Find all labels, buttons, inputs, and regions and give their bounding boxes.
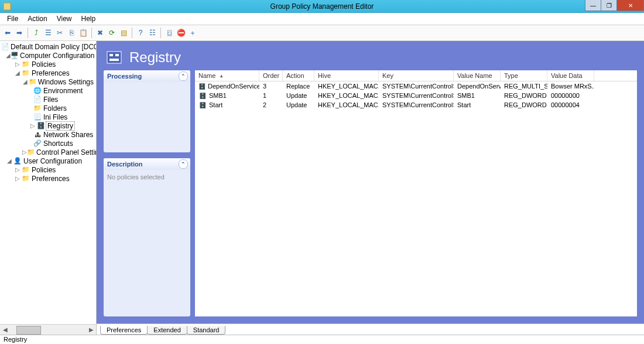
tree-label: Files — [42, 96, 59, 104]
expand-icon[interactable]: ▷ — [29, 122, 36, 129]
up-button[interactable]: ⤴ — [31, 28, 42, 38]
expand-icon[interactable]: ▷ — [22, 149, 27, 155]
processing-panel-header: Processing ⌃ — [104, 70, 190, 82]
collapse-icon[interactable]: ⌃ — [179, 159, 188, 169]
svg-rect-4 — [109, 59, 119, 61]
tree-pane: 📄 Default Domain Policy [DC02.C… ◢ 🖥️ Co… — [0, 41, 97, 335]
col-action[interactable]: Action — [283, 70, 314, 81]
description-panel: Description ⌃ No policies selected — [104, 158, 190, 316]
col-type[interactable]: Type — [501, 70, 547, 81]
scroll-right-button[interactable]: ▶ — [86, 325, 96, 335]
col-key[interactable]: Key — [379, 70, 454, 81]
folder-icon: 📁 — [21, 175, 30, 183]
list-row[interactable]: 🗄️SMB11UpdateHKEY_LOCAL_MAC...SYSTEM\Cur… — [195, 91, 637, 100]
scroll-left-button[interactable]: ◀ — [0, 325, 10, 335]
copy-button[interactable]: ⎘ — [66, 28, 77, 38]
svg-rect-3 — [115, 54, 119, 56]
scroll-thumb[interactable] — [16, 326, 41, 335]
properties-button[interactable]: ☷ — [147, 28, 157, 38]
menu-file[interactable]: File — [2, 13, 23, 24]
tree-control-panel-settings[interactable]: ▷ 📁 Control Panel Settings — [0, 148, 96, 156]
list-body: 🗄️DependOnService3ReplaceHKEY_LOCAL_MAC.… — [195, 81, 637, 110]
expand-icon[interactable]: ◢ — [6, 52, 11, 59]
tree-policies[interactable]: ▷ 📁 Policies — [0, 60, 96, 69]
registry-list[interactable]: Name▲ Order Action Hive Key Value Name T… — [195, 70, 637, 316]
tree-registry[interactable]: ▷ 🗄️ Registry — [0, 121, 96, 130]
col-order[interactable]: Order — [259, 70, 283, 81]
tree-label: Registry — [46, 121, 75, 131]
options-button[interactable]: ⌼ — [164, 28, 174, 38]
tree-preferences[interactable]: ◢ 📁 Preferences — [0, 69, 96, 77]
minimize-button[interactable]: — — [585, 0, 601, 11]
tree-label: Computer Configuration — [19, 52, 95, 60]
list-row[interactable]: 🗄️DependOnService3ReplaceHKEY_LOCAL_MAC.… — [195, 81, 637, 91]
svg-rect-1 — [107, 52, 121, 63]
col-hive[interactable]: Hive — [314, 70, 379, 81]
toolbar-separator — [91, 28, 92, 38]
export-button[interactable]: ▤ — [118, 28, 129, 38]
tree-folders[interactable]: 📁 Folders — [0, 104, 96, 113]
tree-shortcuts[interactable]: 🔗 Shortcuts — [0, 139, 96, 148]
tree-computer-configuration[interactable]: ◢ 🖥️ Computer Configuration — [0, 51, 96, 60]
menu-action[interactable]: Action — [23, 13, 52, 24]
delete-button[interactable]: ✖ — [95, 28, 105, 38]
tree-files[interactable]: 📄 Files — [0, 95, 96, 104]
show-hide-tree-button[interactable]: ☰ — [43, 28, 53, 38]
paste-button[interactable]: 📋 — [78, 28, 88, 38]
back-button[interactable]: ⬅ — [2, 28, 13, 38]
toolbar: ⬅ ➡ ⤴ ☰ ✂ ⎘ 📋 ✖ ⟳ ▤ ? ☷ ⌼ ⛔ ＋ — [0, 25, 644, 41]
menu-help[interactable]: Help — [77, 13, 101, 24]
list-row[interactable]: 🗄️Start2UpdateHKEY_LOCAL_MAC...SYSTEM\Cu… — [195, 100, 637, 110]
maximize-button[interactable]: ❐ — [601, 0, 617, 11]
description-panel-header: Description ⌃ — [104, 158, 190, 170]
expand-icon[interactable]: ▷ — [14, 166, 21, 173]
cut-button[interactable]: ✂ — [54, 28, 65, 38]
help-button[interactable]: ? — [135, 28, 146, 38]
expand-icon[interactable]: ▷ — [14, 175, 21, 182]
svg-rect-0 — [4, 3, 11, 10]
list-header: Name▲ Order Action Hive Key Value Name T… — [195, 70, 637, 81]
network-shares-icon: 🖧 — [33, 131, 42, 139]
tree-label: Network Shares — [42, 131, 94, 139]
tree-environment[interactable]: 🌐 Environment — [0, 86, 96, 95]
tree-label: Ini Files — [42, 113, 68, 121]
col-name[interactable]: Name▲ — [195, 70, 259, 81]
forward-button[interactable]: ➡ — [14, 28, 25, 38]
tree-inifiles[interactable]: 📃 Ini Files — [0, 113, 96, 121]
tab-preferences[interactable]: Preferences — [100, 326, 148, 335]
add-button[interactable]: ＋ — [187, 28, 198, 38]
collapse-icon[interactable]: ⌃ — [179, 71, 188, 81]
registry-item-icon: 🗄️ — [198, 101, 207, 109]
tree-root[interactable]: 📄 Default Domain Policy [DC02.C… — [0, 42, 96, 51]
tab-extended[interactable]: Extended — [147, 326, 187, 335]
expand-icon[interactable]: ◢ — [6, 158, 13, 164]
col-value-name[interactable]: Value Name — [454, 70, 501, 81]
tab-standard[interactable]: Standard — [187, 326, 226, 335]
tree-label: Windows Settings — [37, 78, 95, 86]
registry-header-icon — [105, 48, 124, 67]
console-tree[interactable]: 📄 Default Domain Policy [DC02.C… ◢ 🖥️ Co… — [0, 41, 96, 184]
tree-label: User Configuration — [22, 157, 83, 165]
expand-icon[interactable]: ▷ — [14, 61, 21, 67]
expand-icon[interactable]: ◢ — [22, 79, 29, 85]
toolbar-separator — [28, 28, 28, 38]
policy-icon: 📄 — [1, 43, 9, 51]
tree-user-preferences[interactable]: ▷ 📁 Preferences — [0, 174, 96, 183]
tree-label: Control Panel Settings — [35, 148, 97, 156]
close-button[interactable]: ✕ — [616, 0, 644, 11]
col-value-data[interactable]: Value Data — [547, 70, 594, 81]
stop-button[interactable]: ⛔ — [176, 28, 186, 38]
shortcuts-icon: 🔗 — [33, 139, 42, 148]
expand-icon[interactable]: ◢ — [14, 70, 21, 76]
menu-view[interactable]: View — [52, 13, 77, 24]
folder-icon: 📁 — [21, 69, 30, 77]
tree-windows-settings[interactable]: ◢ 📁 Windows Settings — [0, 77, 96, 86]
folder-icon: 📁 — [29, 78, 37, 86]
refresh-button[interactable]: ⟳ — [107, 28, 117, 38]
tree-network-shares[interactable]: 🖧 Network Shares — [0, 130, 96, 139]
tree-user-configuration[interactable]: ◢ 👤 User Configuration — [0, 156, 96, 165]
environment-icon: 🌐 — [33, 87, 42, 95]
tree-user-policies[interactable]: ▷ 📁 Policies — [0, 165, 96, 174]
main-area: 📄 Default Domain Policy [DC02.C… ◢ 🖥️ Co… — [0, 41, 644, 335]
tree-horizontal-scrollbar[interactable]: ◀ ▶ — [0, 324, 96, 335]
